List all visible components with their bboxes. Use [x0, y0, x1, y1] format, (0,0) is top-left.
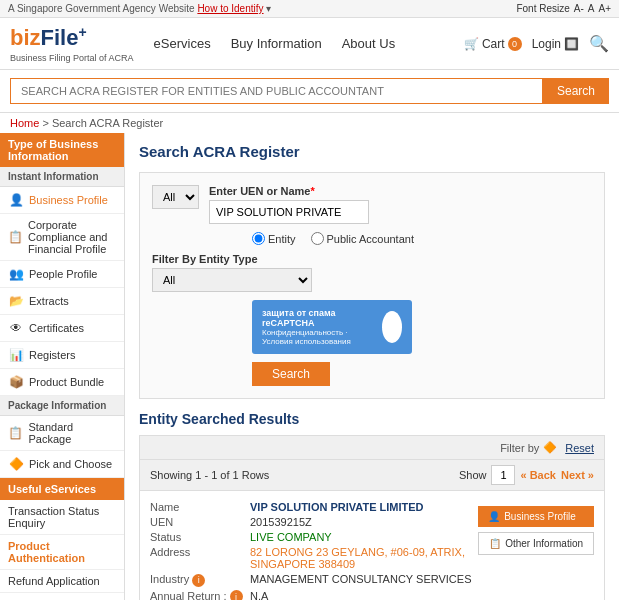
sidebar-item-certificates[interactable]: 👁 Certificates: [0, 315, 124, 342]
uen-label: Enter UEN or Name*: [209, 185, 369, 197]
entity-industry-row: Industry i MANAGEMENT CONSULTANCY SERVIC…: [150, 573, 478, 587]
sidebar-label-corporate-compliance: Corporate Compliance and Financial Profi…: [28, 219, 116, 255]
status-badge: LIVE COMPANY: [250, 531, 332, 543]
sidebar-item-extracts[interactable]: 📂 Extracts: [0, 288, 124, 315]
filter-label: Filter By Entity Type: [152, 253, 592, 265]
entity-actions: 👤 Business Profile 📋 Other Information: [478, 506, 594, 600]
sidebar-label-registers: Registers: [29, 349, 75, 361]
next-link[interactable]: Next »: [561, 469, 594, 481]
content-area: Search ACRA Register All Enter UEN or Na…: [125, 133, 619, 600]
entity-annual-return-row: Annual Return : i N.A: [150, 590, 478, 600]
reset-link[interactable]: Reset: [565, 442, 594, 454]
sidebar-item-business-profile[interactable]: 👤 Business Profile: [0, 187, 124, 214]
header-search-icon[interactable]: 🔍: [589, 34, 609, 53]
form-search-button[interactable]: Search: [252, 362, 330, 386]
font-medium-btn[interactable]: A: [588, 3, 595, 14]
public-accountant-radio-label[interactable]: Public Accountant: [311, 232, 414, 245]
entity-address-row: Address 82 LORONG 23 GEYLANG, #06-09, AT…: [150, 546, 478, 570]
sidebar-item-product-auth[interactable]: Product Authentication: [0, 535, 124, 570]
sidebar-item-standard-package[interactable]: 📋 Standard Package: [0, 416, 124, 451]
recaptcha-box[interactable]: защита от спама reCAPTCHA Конфиденциальн…: [252, 300, 412, 354]
login-button[interactable]: Login 🔲: [532, 37, 579, 51]
logo-sub: Business Filing Portal of ACRA: [10, 53, 134, 63]
page-title: Search ACRA Register: [139, 143, 605, 160]
cart-button[interactable]: 🛒 Cart 0: [464, 37, 522, 51]
filter-select[interactable]: All: [152, 268, 312, 292]
entity-radio-label[interactable]: Entity: [252, 232, 296, 245]
font-small-btn[interactable]: A-: [574, 3, 584, 14]
acra-search-input[interactable]: [10, 78, 543, 104]
industry-label: Industry i: [150, 573, 250, 587]
status-label: Status: [150, 531, 250, 543]
results-section: Entity Searched Results Filter by 🔶 Rese…: [139, 411, 605, 600]
people-profile-icon: 👥: [8, 266, 24, 282]
sidebar-item-corporate-compliance[interactable]: 📋 Corporate Compliance and Financial Pro…: [0, 214, 124, 261]
filter-row: Filter By Entity Type All: [152, 253, 592, 292]
sidebar-section-title: Type of Business Information: [0, 133, 124, 167]
radio-row: Entity Public Accountant: [152, 232, 592, 245]
sidebar-item-registers[interactable]: 📊 Registers: [0, 342, 124, 369]
certificates-icon: 👁: [8, 320, 24, 336]
other-info-btn[interactable]: 📋 Other Information: [478, 532, 594, 555]
sidebar-item-refund-enquiry[interactable]: Refund Enquiry: [0, 593, 124, 600]
sidebar-label-product-bundle: Product Bundle: [29, 376, 104, 388]
recaptcha-logo[interactable]: ↻: [382, 311, 402, 343]
font-resize-controls: Font Resize A- A A+: [516, 3, 611, 14]
identify-link[interactable]: How to Identify: [197, 3, 263, 14]
business-profile-icon: 👤: [8, 192, 24, 208]
sidebar-item-pick-and-choose[interactable]: 🔶 Pick and Choose: [0, 451, 124, 478]
filter-by-control[interactable]: Filter by 🔶: [500, 441, 557, 454]
annual-return-value: N.A: [250, 590, 268, 600]
top-bar: A Singapore Government Agency Website Ho…: [0, 0, 619, 18]
filter-icon: 🔶: [543, 441, 557, 454]
nav-eservices[interactable]: eServices: [154, 36, 211, 51]
cart-badge: 0: [508, 37, 522, 51]
entity-status-row: Status LIVE COMPANY: [150, 531, 478, 543]
acra-search-button[interactable]: Search: [543, 78, 609, 104]
main-layout: Type of Business Information Instant Inf…: [0, 133, 619, 600]
sidebar-label-business-profile: Business Profile: [29, 194, 108, 206]
search-form: All Enter UEN or Name* Entity Public Acc…: [139, 172, 605, 399]
entity-industry-value: MANAGEMENT CONSULTANCY SERVICES: [250, 573, 471, 587]
uen-input[interactable]: [209, 200, 369, 224]
uen-row: All Enter UEN or Name*: [152, 185, 592, 224]
standard-package-icon: 📋: [8, 425, 23, 441]
breadcrumb-home[interactable]: Home: [10, 117, 39, 129]
sidebar-label-pick-choose: Pick and Choose: [29, 458, 112, 470]
all-select[interactable]: All: [152, 185, 199, 209]
pagination: Show « Back Next »: [459, 465, 594, 485]
address-label: Address: [150, 546, 250, 570]
showing-text: Showing 1 - 1 of 1 Rows: [150, 469, 269, 481]
entity-details: Name VIP SOLUTION PRIVATE LIMITED UEN 20…: [150, 501, 478, 600]
entity-radio[interactable]: [252, 232, 265, 245]
nav-buy-information[interactable]: Buy Information: [231, 36, 322, 51]
nav-about-us[interactable]: About Us: [342, 36, 395, 51]
industry-info-icon[interactable]: i: [192, 574, 205, 587]
entity-name-row: Name VIP SOLUTION PRIVATE LIMITED: [150, 501, 478, 513]
public-accountant-radio[interactable]: [311, 232, 324, 245]
sidebar-useful-title: Useful eServices: [0, 478, 124, 500]
annual-return-info-icon[interactable]: i: [230, 590, 243, 600]
sidebar-item-people-profile[interactable]: 👥 People Profile: [0, 261, 124, 288]
logo-main: bizFile+: [10, 24, 87, 51]
registers-icon: 📊: [8, 347, 24, 363]
page-input[interactable]: [491, 465, 515, 485]
annual-return-label: Annual Return : i: [150, 590, 250, 600]
sidebar-instant-title: Instant Information: [0, 167, 124, 187]
name-label: Name: [150, 501, 250, 513]
font-large-btn[interactable]: A+: [598, 3, 611, 14]
product-bundle-icon: 📦: [8, 374, 24, 390]
other-info-btn-icon: 📋: [489, 538, 501, 549]
header: bizFile+ Business Filing Portal of ACRA …: [0, 18, 619, 70]
back-link[interactable]: « Back: [520, 469, 555, 481]
entity-card: Name VIP SOLUTION PRIVATE LIMITED UEN 20…: [140, 491, 604, 600]
sidebar-label-standard-package: Standard Package: [28, 421, 116, 445]
results-header: Filter by 🔶 Reset: [139, 435, 605, 460]
sidebar-item-transaction-status[interactable]: Transaction Status Enquiry: [0, 500, 124, 535]
entity-address-value: 82 LORONG 23 GEYLANG, #06-09, ATRIX, SIN…: [250, 546, 478, 570]
sidebar-item-product-bundle[interactable]: 📦 Product Bundle: [0, 369, 124, 396]
required-marker: *: [310, 185, 314, 197]
business-profile-btn[interactable]: 👤 Business Profile: [478, 506, 594, 527]
sidebar-label-people-profile: People Profile: [29, 268, 98, 280]
sidebar-item-refund-app[interactable]: Refund Application: [0, 570, 124, 593]
